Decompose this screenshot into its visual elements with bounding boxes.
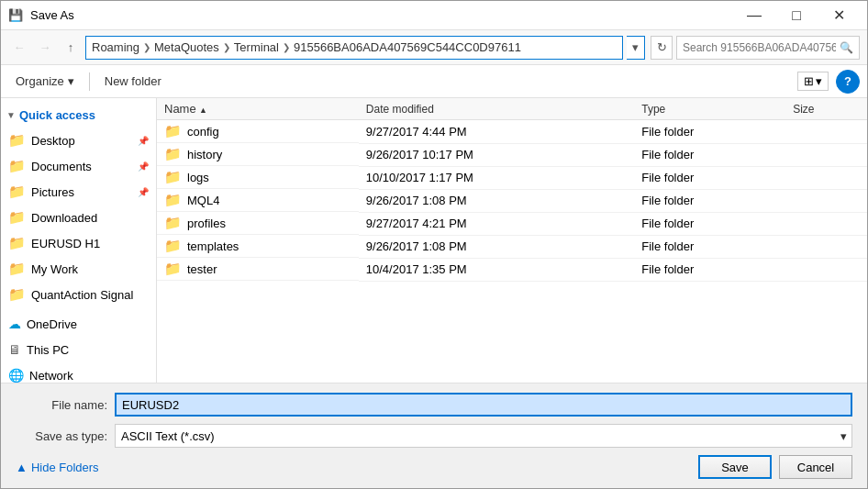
- hide-folders-label: Hide Folders: [31, 461, 99, 474]
- sidebar-item-desktop[interactable]: 📁 Desktop 📌: [1, 128, 156, 153]
- file-name: config: [187, 125, 219, 139]
- desktop-icon: 📁: [8, 132, 26, 149]
- table-row[interactable]: 📁 tester 10/4/2017 1:35 PM File folder: [157, 258, 867, 281]
- table-row[interactable]: 📁 templates 9/26/2017 1:08 PM File folde…: [157, 235, 867, 258]
- sidebar-item-downloaded[interactable]: 📁 Downloaded: [1, 205, 156, 230]
- file-date-cell: 9/26/2017 10:17 PM: [359, 143, 634, 166]
- file-date-cell: 9/26/2017 1:08 PM: [359, 189, 634, 212]
- quantaction-icon: 📁: [8, 286, 26, 303]
- saveas-select[interactable]: ASCII Text (*.csv)CSV (*.csv)Text (*.txt…: [115, 424, 852, 448]
- path-segment-2: MetaQuotes: [154, 40, 219, 54]
- pictures-label: Pictures: [31, 185, 74, 199]
- file-type-cell: File folder: [634, 189, 785, 212]
- sidebar-item-network[interactable]: 🌐 Network: [1, 362, 156, 383]
- filename-input[interactable]: [115, 393, 852, 417]
- thispc-label: This PC: [27, 343, 69, 357]
- downloaded-label: Downloaded: [31, 211, 97, 225]
- forward-button[interactable]: →: [34, 37, 56, 59]
- view-button[interactable]: ⊞ ▾: [797, 72, 829, 91]
- cancel-button[interactable]: Cancel: [779, 455, 852, 479]
- folder-icon: 📁: [164, 123, 182, 139]
- close-button[interactable]: ✕: [818, 1, 860, 30]
- sidebar-item-mywork[interactable]: 📁 My Work: [1, 256, 156, 282]
- address-path[interactable]: Roaming ❯ MetaQuotes ❯ Terminal ❯ 915566…: [85, 36, 623, 60]
- search-input[interactable]: [683, 41, 836, 54]
- hide-folders-button[interactable]: ▲ Hide Folders: [16, 461, 99, 474]
- address-bar: ← → ↑ Roaming ❯ MetaQuotes ❯ Terminal ❯ …: [1, 30, 867, 65]
- file-size-cell: [785, 189, 867, 212]
- table-row[interactable]: 📁 logs 10/10/2017 1:17 PM File folder: [157, 166, 867, 189]
- new-folder-button[interactable]: New folder: [97, 71, 169, 92]
- sidebar-item-quantaction[interactable]: 📁 QuantAction Signal: [1, 282, 156, 307]
- maximize-button[interactable]: □: [775, 1, 818, 30]
- sidebar: ▼ Quick access 📁 Desktop 📌 📁 Documents 📌…: [1, 98, 157, 383]
- title-bar: 💾 Save As — □ ✕: [1, 1, 867, 30]
- file-name: templates: [187, 239, 239, 253]
- back-button[interactable]: ←: [8, 37, 30, 59]
- eurusd-icon: 📁: [8, 235, 26, 251]
- file-date-cell: 9/26/2017 1:08 PM: [359, 235, 634, 258]
- pictures-pin: 📌: [138, 187, 149, 197]
- table-row[interactable]: 📁 history 9/26/2017 10:17 PM File folder: [157, 143, 867, 166]
- documents-pin: 📌: [138, 161, 149, 172]
- search-box: 🔍: [676, 36, 860, 60]
- save-button[interactable]: Save: [698, 455, 772, 479]
- sidebar-item-onedrive[interactable]: ☁ OneDrive: [1, 311, 156, 337]
- file-name: tester: [187, 262, 217, 276]
- sort-arrow-name: ▲: [199, 106, 207, 115]
- file-table: Name ▲ Date modified Type Size 📁 config …: [157, 98, 867, 282]
- folder-icon: 📁: [164, 192, 182, 208]
- file-name: MQL4: [187, 194, 219, 207]
- sidebar-item-thispc[interactable]: 🖥 This PC: [1, 337, 156, 362]
- toolbar: Organize ▾ New folder ⊞ ▾ ?: [1, 65, 867, 98]
- up-button[interactable]: ↑: [60, 37, 82, 59]
- file-name-cell: 📁 config: [157, 120, 359, 143]
- file-type-cell: File folder: [634, 120, 785, 144]
- help-button[interactable]: ?: [836, 70, 860, 94]
- quick-access-header[interactable]: ▼ Quick access: [1, 102, 156, 128]
- sidebar-item-eurusd[interactable]: 📁 EURUSD H1: [1, 230, 156, 256]
- folder-icon: 📁: [164, 169, 182, 185]
- table-row[interactable]: 📁 config 9/27/2017 4:44 PM File folder: [157, 120, 867, 144]
- address-dropdown-button[interactable]: ▾: [627, 36, 645, 60]
- filename-label: File name:: [16, 398, 107, 412]
- minimize-button[interactable]: —: [733, 1, 775, 30]
- documents-label: Documents: [31, 160, 92, 173]
- toolbar-separator: [89, 72, 90, 91]
- organize-button[interactable]: Organize ▾: [8, 71, 82, 92]
- quick-access-label: Quick access: [19, 108, 95, 122]
- file-type-cell: File folder: [634, 235, 785, 258]
- sidebar-item-documents[interactable]: 📁 Documents 📌: [1, 153, 156, 179]
- organize-label: Organize: [16, 74, 64, 88]
- file-name: history: [187, 148, 222, 161]
- col-size[interactable]: Size: [785, 98, 867, 120]
- file-type-cell: File folder: [634, 166, 785, 189]
- file-size-cell: [785, 258, 867, 281]
- bottom-actions: ▲ Hide Folders Save Cancel: [16, 455, 852, 479]
- folder-icon: 📁: [164, 146, 182, 162]
- file-name: profiles: [187, 217, 226, 230]
- main-content: ▼ Quick access 📁 Desktop 📌 📁 Documents 📌…: [1, 98, 867, 383]
- save-as-dialog: 💾 Save As — □ ✕ ← → ↑ Roaming ❯ MetaQuot…: [0, 0, 868, 489]
- col-name[interactable]: Name ▲: [157, 98, 359, 120]
- col-date[interactable]: Date modified: [359, 98, 634, 120]
- table-row[interactable]: 📁 MQL4 9/26/2017 1:08 PM File folder: [157, 189, 867, 212]
- path-segment-3: Terminal: [234, 40, 279, 54]
- file-size-cell: [785, 235, 867, 258]
- desktop-label: Desktop: [31, 134, 75, 148]
- file-list: Name ▲ Date modified Type Size 📁 config …: [157, 98, 867, 383]
- folder-icon: 📁: [164, 215, 182, 231]
- downloaded-icon: 📁: [8, 209, 26, 226]
- view-icon: ⊞: [804, 74, 814, 88]
- path-segment-4: 915566BA06ADA407569C544CC0D97611: [294, 40, 521, 54]
- bottom-bar: File name: Save as type: ASCII Text (*.c…: [1, 383, 867, 488]
- organize-arrow: ▾: [68, 74, 74, 88]
- pictures-icon: 📁: [8, 183, 26, 200]
- table-row[interactable]: 📁 profiles 9/27/2017 4:21 PM File folder: [157, 212, 867, 235]
- sidebar-item-pictures[interactable]: 📁 Pictures 📌: [1, 179, 156, 205]
- documents-icon: 📁: [8, 158, 26, 174]
- dialog-icon: 💾: [8, 8, 23, 23]
- file-name-cell: 📁 templates: [157, 235, 359, 258]
- refresh-button[interactable]: ↻: [651, 36, 673, 60]
- col-type[interactable]: Type: [634, 98, 785, 120]
